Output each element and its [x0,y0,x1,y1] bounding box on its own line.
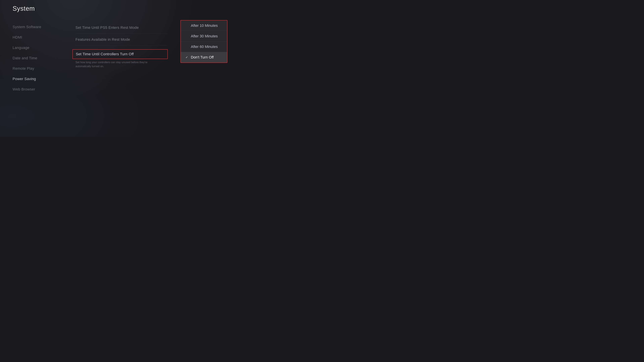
rest-mode-features-item[interactable]: Features Available in Rest Mode [76,34,168,45]
sidebar: System Software HDMI Language Date and T… [12,22,60,94]
page-title: System [12,5,35,12]
controllers-turn-off-desc: Set how long your controllers can stay u… [76,60,163,68]
sidebar-item-hdmi[interactable]: HDMI [12,32,60,42]
controllers-turn-off-item[interactable]: Set Time Until Controllers Turn Off Set … [76,45,168,72]
sidebar-item-language[interactable]: Language [12,42,60,53]
controllers-focused-row[interactable]: Set Time Until Controllers Turn Off [72,49,168,59]
sidebar-item-power-saving[interactable]: Power Saving [12,74,60,84]
checkmark-10min [186,24,189,27]
sidebar-item-remote-play[interactable]: Remote Play [12,63,60,74]
checkmark-30min [186,34,189,38]
content-area: Set Time Until PS5 Enters Rest Mode Feat… [76,22,168,72]
checkmark-60min [186,45,189,49]
controllers-turn-off-title: Set Time Until Controllers Turn Off [76,52,164,56]
sidebar-item-system-software[interactable]: System Software [12,22,60,32]
dropdown-item-60min[interactable]: After 60 Minutes [181,41,227,52]
dropdown-item-30min[interactable]: After 30 Minutes [181,31,227,41]
sidebar-item-web-browser[interactable]: Web Browser [12,84,60,94]
dropdown-item-10min[interactable]: After 10 Minutes [181,20,227,31]
dropdown-menu[interactable]: After 10 Minutes After 30 Minutes After … [180,20,228,63]
rest-mode-item[interactable]: Set Time Until PS5 Enters Rest Mode [76,22,168,34]
checkmark-dont-turn-off: ✓ [186,55,189,59]
sidebar-item-date-time[interactable]: Date and Time [12,53,60,63]
rest-mode-title: Set Time Until PS5 Enters Rest Mode [76,25,168,30]
rest-mode-features-title: Features Available in Rest Mode [76,37,168,42]
dropdown-item-dont-turn-off[interactable]: ✓ Don't Turn Off [181,52,227,62]
